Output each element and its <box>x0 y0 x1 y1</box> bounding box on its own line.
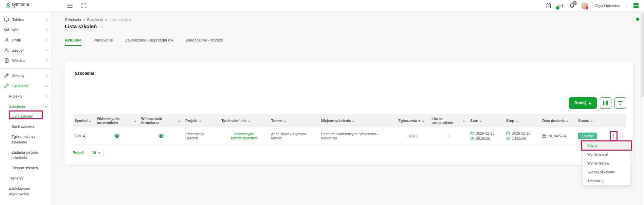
sidebar-item-eksport-szkolen[interactable]: Eksport szkoleń <box>0 163 51 173</box>
sidebar-item-tablica[interactable]: Tablica <box>0 15 51 25</box>
row-kebab-menu-icon[interactable] <box>611 133 616 139</box>
cell-trener: Anna Nowak,Krystyna Miętus <box>269 130 319 142</box>
sidebar-item-zadania-wyboru[interactable]: Zadania wyboru szkolenia <box>0 148 51 163</box>
calendar-icon <box>470 131 474 135</box>
sort-icon[interactable] <box>463 120 466 122</box>
tab-zakonczone-starsze[interactable]: Zakończone - starsze <box>186 38 223 46</box>
cell-zgloszenia: 1/2(0) <box>396 132 429 140</box>
header-miejsce[interactable]: Miejsce szkolenia <box>319 117 396 124</box>
header-data-dodania[interactable]: Data dodania <box>540 117 576 124</box>
notification-count-badge: 5 <box>572 1 577 5</box>
header-liczba[interactable]: Liczba uczestników <box>429 115 468 126</box>
training-title-link[interactable]: Innowacyjne przedsiębiorstwo <box>231 132 258 140</box>
menu-item-archiwizuj[interactable]: Archiwizuj <box>583 176 630 185</box>
sidebar-item-zespol[interactable]: Zespół <box>0 46 51 56</box>
add-button[interactable]: Dodaj + <box>569 97 597 109</box>
sort-icon[interactable] <box>284 120 287 122</box>
menu-item-wyniki-testow[interactable]: Wyniki testów <box>583 159 630 168</box>
vertical-scrollbar[interactable] <box>640 12 644 205</box>
header-zgloszenia[interactable]: Zgłoszenia <box>396 117 429 124</box>
sort-icon[interactable] <box>248 120 251 122</box>
row-context-menu: Edytuj Wyniki ankiet Wyniki testów Skopi… <box>583 141 630 186</box>
pagination: Pokaż: 10 <box>73 149 104 156</box>
chevron-right-icon <box>45 18 48 21</box>
sort-icon[interactable] <box>352 120 355 122</box>
header-trener[interactable]: Trener <box>269 117 319 124</box>
breadcrumb: Szkolenia > Szkolenia > Lista szkoleń <box>65 18 644 22</box>
sidebar-item-lista-szkolen[interactable]: Lista szkoleń <box>0 112 51 122</box>
chevron-right-icon <box>45 95 48 97</box>
messages-icon[interactable]: ✓ <box>557 3 563 8</box>
wrench-icon <box>4 83 9 88</box>
sort-icon[interactable] <box>566 120 569 122</box>
tab-planowane[interactable]: Planowane <box>94 38 113 46</box>
tasks-clipboard-icon[interactable] <box>546 3 551 8</box>
header-projekt[interactable]: Projekt <box>183 117 219 124</box>
header-symbol[interactable]: Symbol <box>73 117 95 124</box>
table-header-row: Symbol Widoczny dla uczestników Widoczno… <box>73 114 626 127</box>
filter-button[interactable] <box>614 97 626 109</box>
sidebar-item-szkolenia-module[interactable]: Szkolenia <box>0 81 51 91</box>
logo-sub: HR <box>12 7 29 9</box>
sort-icon[interactable] <box>422 120 425 122</box>
header-start[interactable]: Start <box>468 117 504 124</box>
sort-icon[interactable] <box>199 120 202 122</box>
breadcrumb-szkolenia-2[interactable]: Szkolenia <box>87 18 104 22</box>
sidebar-item-wall[interactable]: Wall <box>0 25 51 35</box>
filter-icon <box>618 101 623 105</box>
chevron-right-icon <box>45 29 48 31</box>
symfonia-logo[interactable]: S symfonia HR <box>6 2 29 9</box>
columns-settings-button[interactable] <box>600 97 611 109</box>
sort-icon[interactable] <box>591 120 594 122</box>
sidebar-item-wiedza[interactable]: Wiedza <box>0 56 51 66</box>
sort-icon[interactable] <box>480 120 483 122</box>
header-status[interactable]: Status <box>576 117 604 124</box>
favorite-star-icon[interactable]: ☆ <box>99 24 104 29</box>
user-avatar[interactable] <box>581 2 588 10</box>
sidebar-item-profil[interactable]: Profil <box>0 35 51 46</box>
show-label: Pokaż: <box>73 151 85 155</box>
sort-icon[interactable] <box>89 120 92 122</box>
menu-item-wyniki-ankiet[interactable]: Wyniki ankiet <box>583 150 630 159</box>
cell-data-dodania: 2019-05-24 <box>542 134 574 138</box>
eye-icon[interactable] <box>158 133 164 139</box>
scrollbar-thumb[interactable] <box>641 13 644 98</box>
tab-zakonczone-poprzedni-rok[interactable]: Zakończone - poprzedni rok <box>125 38 173 46</box>
eye-icon[interactable] <box>114 133 120 139</box>
tab-aktualne[interactable]: Aktualne <box>65 38 81 46</box>
menu-item-skopiuj-szkolenie[interactable]: Skopiuj szkolenie <box>583 168 630 176</box>
page-size-select[interactable]: 10 <box>88 149 104 156</box>
header-tytul[interactable]: Tytuł szkolenia <box>219 117 269 124</box>
apps-grid-icon[interactable] <box>633 3 639 8</box>
hamburger-menu-icon[interactable] <box>67 3 73 8</box>
sidebar-item-bank-szkolen[interactable]: Bank szkoleń <box>0 122 51 132</box>
sidebar-item-moduly[interactable]: Moduły <box>0 71 51 81</box>
sidebar-item-zablokowani[interactable]: Zablokowani użytkownicy <box>0 184 51 199</box>
topbar: S symfonia HR ✓ 5 Olga Lin <box>0 0 644 12</box>
hint-green-dot-icon[interactable] <box>636 18 639 21</box>
participants-count-link[interactable]: 1 <box>448 134 450 138</box>
chevron-right-icon <box>45 39 48 41</box>
sort-icon[interactable] <box>178 120 181 122</box>
logo-name: symfonia <box>12 2 29 6</box>
sidebar-item-trenerzy[interactable]: Trenerzy <box>0 173 51 184</box>
sidebar-item-zgloszenia[interactable]: Zgłoszenia na szkolenie <box>0 132 51 148</box>
person-icon <box>4 37 9 42</box>
header-widoczny[interactable]: Widoczny dla uczestników <box>95 115 139 126</box>
notifications-bell-icon[interactable]: 5 <box>569 3 575 8</box>
menu-item-edytuj[interactable]: Edytuj <box>583 141 630 150</box>
header-stop[interactable]: Stop <box>504 117 540 124</box>
sidebar-item-projekty[interactable]: Projekty <box>0 91 51 102</box>
sidebar-item-szkolenia-group[interactable]: Szkolenia <box>0 102 51 112</box>
breadcrumb-szkolenia-1[interactable]: Szkolenia <box>65 18 81 22</box>
calendar-icon <box>542 134 546 138</box>
sort-icon[interactable] <box>516 120 519 122</box>
sort-icon[interactable] <box>134 120 137 122</box>
szkolenia-card: Szkolenia Dodaj + Symbol Widoczny dla uc… <box>65 62 634 166</box>
card-title: Szkolenia <box>75 71 94 76</box>
header-widocznosc-formularza[interactable]: Widoczność formularza <box>139 115 183 126</box>
board-icon <box>4 17 9 22</box>
tabs: Aktualne Planowane Zakończone - poprzedn… <box>65 38 644 46</box>
user-menu-chevron-down-icon[interactable] <box>626 5 628 7</box>
fullscreen-icon[interactable] <box>81 3 86 8</box>
